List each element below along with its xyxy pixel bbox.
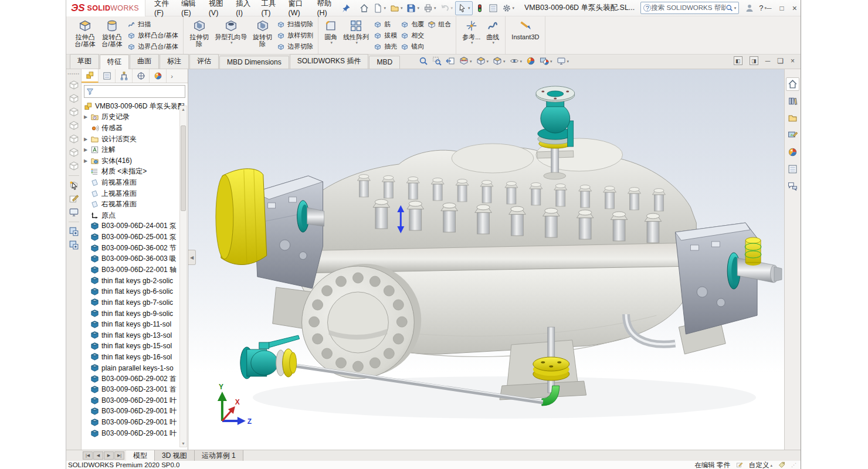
left-toolbar-button-9[interactable] xyxy=(69,193,79,204)
units-dropdown[interactable]: 自定义▴ xyxy=(749,461,772,469)
draft-button[interactable]: 拔模 xyxy=(374,31,397,40)
propertymanager-tab[interactable] xyxy=(99,69,116,83)
caret-icon[interactable]: ▾ xyxy=(401,6,403,10)
apply-scene-button[interactable]: ▾ xyxy=(540,56,552,66)
caret-icon[interactable]: ▾ xyxy=(520,59,523,63)
expand-arrow-icon[interactable]: ▶ xyxy=(84,137,87,142)
caret-icon[interactable]: ▾ xyxy=(470,59,472,63)
menu-item-2[interactable]: 视图(V) xyxy=(204,0,231,20)
tree-filter-box[interactable] xyxy=(84,85,185,98)
home-button[interactable] xyxy=(358,2,371,15)
left-toolbar-button-8[interactable] xyxy=(69,180,79,191)
menu-item-1[interactable]: 编辑(E) xyxy=(176,0,204,20)
scroll-up-icon[interactable]: ▲ xyxy=(181,106,185,113)
open-button[interactable]: ▾ xyxy=(388,2,405,15)
view-settings-button[interactable]: ▾ xyxy=(557,56,569,66)
extruded-boss-base-button[interactable]: 拉伸凸 台/基体 xyxy=(72,18,99,49)
tree-item-9[interactable]: 右视基准面 xyxy=(83,199,188,210)
doc-close-button[interactable]: × xyxy=(791,57,795,65)
expand-arrow-icon[interactable]: ▶ xyxy=(84,147,87,152)
tree-item-6[interactable]: 材质 <未指定> xyxy=(83,166,188,178)
wrap-button[interactable]: 包覆 xyxy=(401,20,424,29)
tree-item-11[interactable]: B03-009-06D-24-001 泵 xyxy=(83,221,188,232)
doc-scroll-0[interactable]: ◧ xyxy=(734,56,742,65)
tree-item-29[interactable]: B03-009-06D-29-001 叶 xyxy=(83,417,188,428)
scroll-down-icon[interactable]: ▼ xyxy=(181,440,185,447)
view-orientation-button[interactable]: ▾ xyxy=(476,56,489,66)
combine-button[interactable]: 组合 xyxy=(428,20,451,29)
new-document-button[interactable]: ▾ xyxy=(371,2,388,15)
tree-item-12[interactable]: B03-009-06D-25-001 泵 xyxy=(83,232,188,243)
left-toolbar-button-0[interactable] xyxy=(69,80,79,90)
tree-item-13[interactable]: B03-009-06D-36-002 节 xyxy=(83,243,188,254)
fillet-button[interactable]: 圆角▾ xyxy=(321,18,340,45)
configurationmanager-tab[interactable] xyxy=(116,69,133,83)
tree-item-19[interactable]: thin flat keys gb-9-solic xyxy=(83,308,188,319)
swept-cut-button[interactable]: 扫描切除 xyxy=(277,20,313,29)
3d-model-pump-assembly[interactable]: Y Z X xyxy=(188,69,784,450)
left-toolbar-button-3[interactable] xyxy=(69,120,79,131)
tree-item-24[interactable]: plain parallel keys-1-so xyxy=(83,362,188,373)
tree-item-25[interactable]: B03-009-06D-29-002 首 xyxy=(83,373,188,385)
toolbar-grip[interactable]: •••••• xyxy=(67,72,80,76)
save-button[interactable]: ▾ xyxy=(405,2,421,15)
menu-item-0[interactable]: 文件(F) xyxy=(149,0,176,20)
sheet-nav-3[interactable]: ▶| xyxy=(114,451,124,460)
caret-icon[interactable]: ▾ xyxy=(417,6,419,10)
curves-button[interactable]: 曲线▾ xyxy=(483,18,502,45)
sheet-nav-0[interactable]: |◀ xyxy=(83,451,93,460)
tag-icon[interactable] xyxy=(778,461,785,468)
shell-button[interactable]: 抽壳 xyxy=(374,42,397,51)
doc-restore-button[interactable]: ❏ xyxy=(777,57,784,65)
caret-icon[interactable]: ▾ xyxy=(355,40,358,45)
tab-MBD[interactable]: MBD xyxy=(369,56,400,69)
caret-icon[interactable]: ▾ xyxy=(567,59,569,63)
left-toolbar-button-6[interactable] xyxy=(69,161,79,171)
search-caret-icon[interactable]: ▾ xyxy=(734,6,737,10)
linear-pattern-button[interactable]: 线性阵列▾ xyxy=(340,18,372,45)
undo-button[interactable]: ▾ xyxy=(438,2,455,15)
pin-menu-icon[interactable] xyxy=(339,4,353,13)
forum-tab[interactable] xyxy=(786,179,799,193)
resize-grip[interactable]: ⋰ xyxy=(791,462,797,468)
tree-item-20[interactable]: thin flat keys gb-11-sol xyxy=(83,319,188,330)
tab-SOLIDWORKS 插件[interactable]: SOLIDWORKS 插件 xyxy=(290,54,369,69)
left-toolbar-button-2[interactable] xyxy=(69,107,79,117)
reference-geometry-button[interactable]: 参考...▾ xyxy=(459,18,483,45)
caret-icon[interactable]: ▾ xyxy=(503,59,506,63)
maximize-button[interactable]: □ xyxy=(780,4,784,12)
sheet-nav-2[interactable]: ▶ xyxy=(104,451,114,460)
tree-item-18[interactable]: thin flat keys gb-7-solic xyxy=(83,297,188,308)
left-toolbar-button-1[interactable] xyxy=(69,93,79,104)
tree-item-22[interactable]: thin flat keys gb-15-sol xyxy=(83,341,188,352)
help-button[interactable]: ? xyxy=(759,4,763,12)
lofted-cut-button[interactable]: 放样切割 xyxy=(277,31,313,40)
caret-icon[interactable]: ▾ xyxy=(550,59,552,63)
tab-MBD Dimensions[interactable]: MBD Dimensions xyxy=(219,56,289,69)
tree-item-15[interactable]: B03-009-06D-22-001 轴 xyxy=(83,264,188,276)
tree-item-2[interactable]: 传感器 xyxy=(83,123,188,134)
caret-icon[interactable]: ▾ xyxy=(330,40,333,45)
tab-草图[interactable]: 草图 xyxy=(70,54,99,69)
tree-item-3[interactable]: ▶设计活页夹 xyxy=(83,134,188,145)
featuremanager-tab[interactable] xyxy=(82,69,99,83)
tree-item-16[interactable]: thin flat keys gb-2-solic xyxy=(83,276,188,287)
user-account-icon[interactable] xyxy=(745,4,754,13)
tree-item-21[interactable]: thin flat keys gb-13-sol xyxy=(83,329,188,341)
edit-appearance-button[interactable] xyxy=(526,56,535,66)
tree-filter-input[interactable] xyxy=(96,88,183,95)
rib-button[interactable]: 筋 xyxy=(374,20,397,29)
bottom-tab-模型[interactable]: 模型 xyxy=(126,450,155,461)
doc-minimize-button[interactable]: ─ xyxy=(765,57,771,65)
zoom-to-area-button[interactable] xyxy=(432,56,442,66)
doc-scroll-1[interactable]: ◨ xyxy=(750,56,758,65)
expand-arrow-icon[interactable]: ▶ xyxy=(84,158,87,164)
caret-icon[interactable]: ▾ xyxy=(384,6,386,10)
sheet-nav-1[interactable]: ◀ xyxy=(93,451,103,460)
intersect-button[interactable]: 相交 xyxy=(401,31,424,40)
extruded-cut-button[interactable]: 拉伸切 除 xyxy=(187,18,212,49)
swept-boss-base-button[interactable]: 扫描 xyxy=(127,20,178,29)
tab-评估[interactable]: 评估 xyxy=(189,54,219,69)
tree-item-4[interactable]: ▶注解 xyxy=(83,144,188,155)
mirror-button[interactable]: 镜向 xyxy=(401,42,424,51)
